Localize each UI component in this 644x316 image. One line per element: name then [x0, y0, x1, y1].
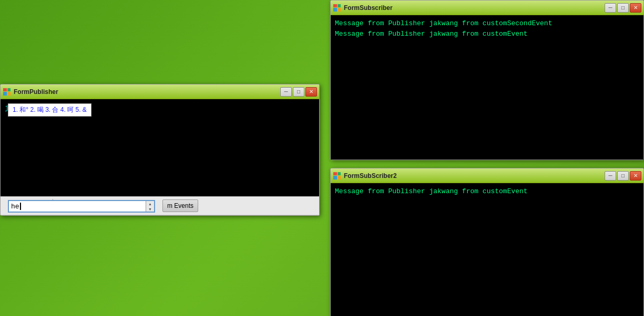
subscriber-line1: Message from Publisher jakwang from cust… — [335, 18, 639, 29]
close-button[interactable]: ✕ — [630, 3, 641, 13]
window-controls2: ─ □ ✕ — [605, 171, 641, 181]
minimize-button[interactable]: ─ — [605, 3, 616, 13]
publisher-toolbar: + he ▲ ▼ m Events — [1, 196, 319, 215]
subscriber-line2: Message from Publisher jakwang from cust… — [335, 29, 639, 39]
form-subscriber-titlebar[interactable]: FormSubscriber ─ □ ✕ — [331, 1, 643, 15]
form-subscriber2-title: FormSubScriber2 — [344, 172, 605, 180]
arrow-down-button[interactable]: ▼ — [146, 206, 154, 212]
publisher-content-area: jakwang + he ▲ ▼ m Events 1. 和° 2. 喝 3. … — [1, 99, 319, 215]
form-subscriber2-window: FormSubScriber2 ─ □ ✕ Message from Publi… — [330, 168, 644, 316]
form-publisher-window: FormPublisher ─ □ ✕ jakwang + he ▲ ▼ m E… — [0, 84, 320, 216]
window-icon2 — [333, 172, 341, 180]
form-subscriber2-titlebar[interactable]: FormSubScriber2 ─ □ ✕ — [331, 168, 643, 183]
subscriber-output-area: Message from Publisher jakwang from cust… — [331, 15, 643, 160]
publisher-input-wrapper[interactable]: he ▲ ▼ — [8, 200, 155, 213]
window-icon — [333, 4, 341, 12]
publisher-input-text: he — [11, 203, 19, 210]
form-publisher-titlebar[interactable]: FormPublisher ─ □ ✕ — [1, 85, 319, 99]
ime-popup: 1. 和° 2. 喝 3. 合 4. 呵 5. & — [8, 103, 91, 117]
minimize-button2[interactable]: ─ — [605, 171, 616, 181]
form-publisher-title: FormPublisher — [14, 88, 280, 96]
window-controls3: ─ □ ✕ — [280, 87, 317, 97]
close-button3[interactable]: ✕ — [305, 87, 317, 97]
ime-candidates-list[interactable]: 1. 和° 2. 喝 3. 合 4. 呵 5. & — [8, 104, 91, 116]
fire-events-button[interactable]: m Events — [162, 199, 198, 212]
form-subscriber-window: FormSubscriber ─ □ ✕ Message from Publis… — [330, 0, 644, 160]
input-arrow-buttons: ▲ ▼ — [146, 201, 154, 212]
subscriber2-line1: Message from Publisher jakwang from cust… — [335, 186, 639, 197]
text-cursor — [20, 203, 21, 210]
form-subscriber-title: FormSubscriber — [344, 4, 605, 12]
minimize-button3[interactable]: ─ — [280, 87, 292, 97]
maximize-button2[interactable]: □ — [617, 171, 629, 181]
close-button2[interactable]: ✕ — [630, 171, 641, 181]
subscriber2-output-area: Message from Publisher jakwang from cust… — [331, 183, 643, 316]
maximize-button3[interactable]: □ — [293, 87, 304, 97]
window-icon3 — [3, 88, 11, 96]
arrow-up-button[interactable]: ▲ — [146, 201, 154, 206]
window-controls: ─ □ ✕ — [605, 3, 641, 13]
maximize-button[interactable]: □ — [617, 3, 629, 13]
